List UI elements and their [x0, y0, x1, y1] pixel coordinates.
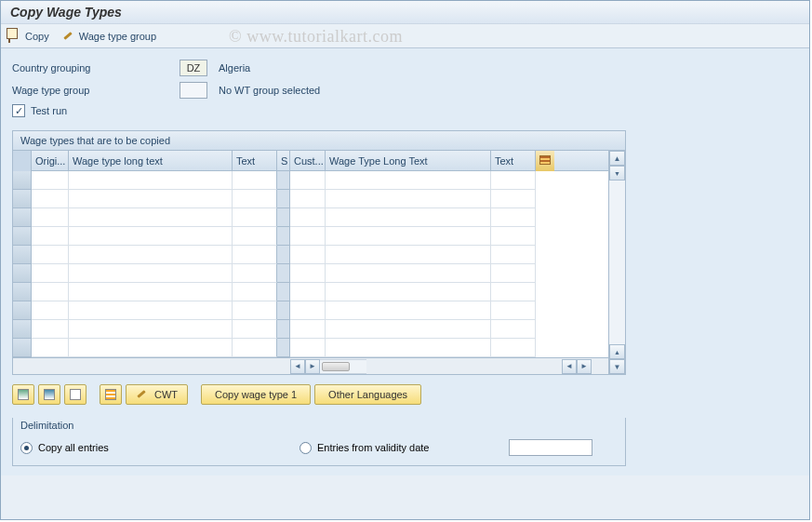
table-row[interactable] — [13, 301, 608, 320]
cell-wt-long-text-2[interactable] — [326, 227, 491, 246]
cell-origi[interactable] — [32, 171, 69, 190]
cell-origi[interactable] — [32, 190, 69, 208]
cell-text-2[interactable] — [491, 264, 536, 283]
cell-cust[interactable] — [290, 339, 326, 357]
hscroll-left-button[interactable]: ◄ — [290, 359, 305, 374]
row-selector[interactable] — [13, 171, 32, 190]
table-row[interactable] — [13, 320, 608, 339]
cell-wt-long-text-2[interactable] — [326, 264, 491, 283]
icon-button-1[interactable] — [12, 384, 34, 405]
cell-text[interactable] — [233, 301, 277, 320]
table-row[interactable] — [13, 227, 608, 246]
cell-s[interactable] — [277, 171, 290, 190]
cell-origi[interactable] — [32, 208, 69, 227]
cell-text-2[interactable] — [491, 301, 536, 320]
column-config[interactable] — [536, 151, 554, 171]
cell-wt-long-text[interactable] — [69, 227, 233, 246]
cwt-button[interactable]: CWT — [126, 384, 188, 405]
other-languages-button[interactable]: Other Languages — [314, 384, 421, 405]
row-selector[interactable] — [13, 339, 32, 357]
hscroll-thumb[interactable] — [322, 362, 350, 371]
cell-text[interactable] — [233, 171, 277, 190]
validity-date-input[interactable] — [509, 439, 592, 456]
cell-cust[interactable] — [290, 301, 326, 320]
cell-text[interactable] — [233, 264, 277, 283]
cell-wt-long-text[interactable] — [69, 301, 233, 320]
cell-wt-long-text-2[interactable] — [326, 246, 491, 264]
table-row[interactable] — [13, 246, 608, 264]
country-grouping-input[interactable] — [180, 60, 207, 76]
hscroll-left-track[interactable] — [320, 359, 366, 374]
icon-button-2[interactable] — [38, 384, 60, 405]
row-selector[interactable] — [13, 264, 32, 283]
cell-text[interactable] — [233, 320, 277, 339]
cell-origi[interactable] — [32, 283, 69, 301]
cell-wt-long-text[interactable] — [69, 283, 233, 301]
cell-text-2[interactable] — [491, 208, 536, 227]
cell-origi[interactable] — [32, 264, 69, 283]
vscroll-down-button[interactable]: ▼ — [609, 359, 625, 374]
row-selector[interactable] — [13, 283, 32, 301]
cell-s[interactable] — [277, 208, 290, 227]
row-selector[interactable] — [13, 301, 32, 320]
cell-s[interactable] — [277, 339, 290, 357]
test-run-checkbox[interactable]: ✓ — [12, 104, 25, 117]
wage-type-group-input[interactable] — [180, 82, 207, 99]
cell-text[interactable] — [233, 283, 277, 301]
column-wt-long-text[interactable]: Wage type long text — [69, 151, 233, 171]
entries-from-radio[interactable] — [300, 442, 312, 454]
cell-text[interactable] — [233, 339, 277, 357]
cell-origi[interactable] — [32, 320, 69, 339]
cell-cust[interactable] — [290, 320, 326, 339]
cell-s[interactable] — [277, 301, 290, 320]
cell-text[interactable] — [233, 246, 277, 264]
column-text-2[interactable]: Text — [491, 151, 536, 171]
cell-text-2[interactable] — [491, 190, 536, 208]
table-row[interactable] — [13, 283, 608, 301]
cell-text[interactable] — [233, 227, 277, 246]
cell-wt-long-text-2[interactable] — [326, 339, 491, 357]
hscroll-right-button-2[interactable]: ► — [577, 359, 592, 374]
cell-cust[interactable] — [290, 264, 326, 283]
cell-text-2[interactable] — [491, 227, 536, 246]
table-row[interactable] — [13, 171, 608, 190]
cell-origi[interactable] — [32, 227, 69, 246]
hscroll-right-button[interactable]: ► — [305, 359, 320, 374]
copy-all-radio[interactable] — [20, 442, 33, 454]
cell-wt-long-text-2[interactable] — [326, 208, 491, 227]
cell-text-2[interactable] — [491, 246, 536, 264]
cell-s[interactable] — [277, 227, 290, 246]
cell-s[interactable] — [277, 283, 290, 301]
cell-wt-long-text-2[interactable] — [326, 171, 491, 190]
cell-wt-long-text-2[interactable] — [326, 190, 491, 208]
copy-wage-type-1-button[interactable]: Copy wage type 1 — [201, 384, 311, 405]
cell-wt-long-text[interactable] — [69, 339, 233, 357]
column-s[interactable]: S — [277, 151, 290, 171]
cell-text[interactable] — [233, 208, 277, 227]
column-cust[interactable]: Cust... — [290, 151, 326, 171]
cell-wt-long-text-2[interactable] — [326, 320, 491, 339]
table-row[interactable] — [13, 339, 608, 357]
cell-origi[interactable] — [32, 301, 69, 320]
vscroll-up-button[interactable]: ▲ — [609, 151, 625, 166]
vscroll-page-up-button[interactable]: ▼ — [609, 166, 625, 181]
icon-button-4[interactable] — [100, 384, 122, 405]
cell-cust[interactable] — [290, 246, 326, 264]
cell-s[interactable] — [277, 264, 290, 283]
table-row[interactable] — [13, 264, 608, 283]
cell-wt-long-text-2[interactable] — [326, 301, 491, 320]
cell-text-2[interactable] — [491, 339, 536, 357]
column-selector[interactable] — [13, 151, 32, 171]
cell-s[interactable] — [277, 190, 290, 208]
cell-cust[interactable] — [290, 283, 326, 301]
vscroll-page-down-button[interactable]: ▲ — [609, 344, 625, 359]
cell-cust[interactable] — [290, 208, 326, 227]
cell-wt-long-text-2[interactable] — [326, 283, 491, 301]
vscroll-track[interactable] — [609, 181, 625, 344]
cell-wt-long-text[interactable] — [69, 171, 233, 190]
cell-text[interactable] — [233, 190, 277, 208]
cell-text-2[interactable] — [491, 171, 536, 190]
cell-wt-long-text[interactable] — [69, 264, 233, 283]
row-selector[interactable] — [13, 246, 32, 264]
cell-origi[interactable] — [32, 246, 69, 264]
